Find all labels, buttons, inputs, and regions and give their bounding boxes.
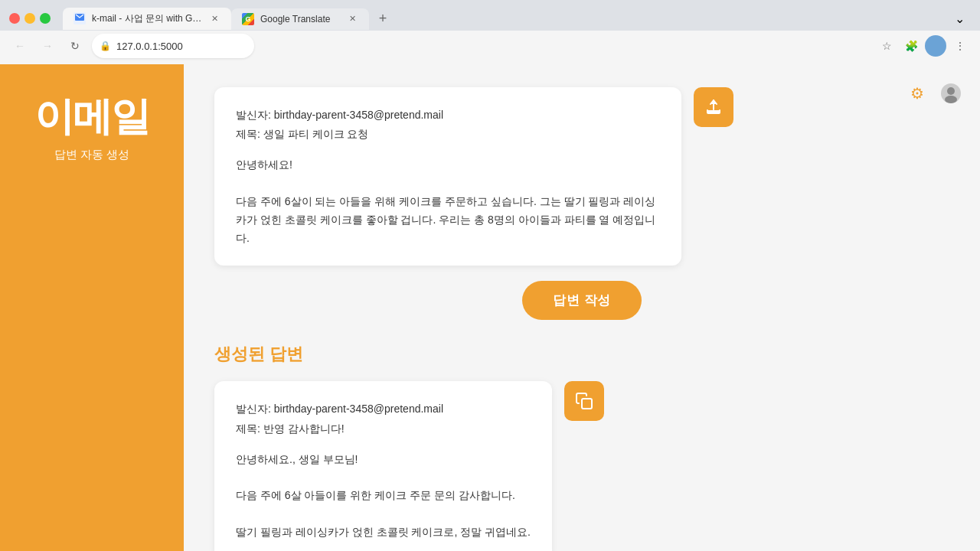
reply-sender-label: 발신자: xyxy=(236,403,271,415)
copy-icon xyxy=(575,392,593,410)
tab-email[interactable]: k-mail - 사업 문의 with Google... ✕ xyxy=(63,8,231,30)
reply-subject-value: 반영 감사합니다! xyxy=(263,422,345,435)
reply-sender-value: birthday-parent-3458@pretend.mail xyxy=(274,403,443,415)
reply-body-1: 다음 주에 6살 아들이를 위한 케이크 주문 문의 감사합니다. xyxy=(236,487,531,505)
window-close-button[interactable] xyxy=(9,13,20,24)
user-circle-icon xyxy=(940,83,962,104)
svg-point-2 xyxy=(947,87,955,95)
profile-icon-button[interactable] xyxy=(937,80,965,107)
upload-button[interactable] xyxy=(694,87,733,127)
email-favicon xyxy=(74,12,86,24)
tab-email-title: k-mail - 사업 문의 with Google... xyxy=(92,12,202,25)
page-content: ⚙ 발신자: birthday-parent-3458@pretend.mail… xyxy=(184,64,980,551)
address-bar-container: 🔒 xyxy=(92,34,870,58)
menu-button[interactable]: ⋮ xyxy=(949,35,971,57)
title-bar: k-mail - 사업 문의 with Google... ✕ G Google… xyxy=(0,0,980,31)
sidebar-title: 이메일 xyxy=(34,95,149,139)
bookmark-button[interactable]: ☆ xyxy=(876,35,897,57)
email-greeting: 안녕하세요! xyxy=(236,156,660,174)
translate-favicon: G xyxy=(242,13,254,25)
generated-reply-card: 발신자: birthday-parent-3458@pretend.mail 제… xyxy=(214,381,552,551)
back-button[interactable]: ← xyxy=(9,35,31,57)
subject-label: 제목: xyxy=(236,128,260,140)
extensions-button[interactable]: 🧩 xyxy=(900,35,922,57)
reply-sender-line: 발신자: birthday-parent-3458@pretend.mail 제… xyxy=(236,399,531,438)
profile-avatar-button[interactable] xyxy=(925,35,946,57)
tab-translate-close[interactable]: ✕ xyxy=(346,13,358,25)
tab-translate-title: Google Translate xyxy=(260,14,340,24)
browser-actions: ☆ 🧩 ⋮ xyxy=(876,35,971,57)
incoming-email-card: 발신자: birthday-parent-3458@pretend.mail 제… xyxy=(214,87,681,266)
settings-gear-icon: ⚙ xyxy=(910,84,924,103)
reply-body: 안녕하세요., 생일 부모님! 다음 주에 6살 아들이를 위한 케이크 주문 … xyxy=(236,451,531,542)
tab-email-close[interactable]: ✕ xyxy=(208,12,220,24)
sidebar: 이메일 답변 자동 생성 xyxy=(0,64,184,551)
sender-value: birthday-parent-3458@pretend.mail xyxy=(274,109,443,121)
email-sender-line: 발신자: birthday-parent-3458@pretend.mail 제… xyxy=(236,106,660,144)
incoming-email-section: 발신자: birthday-parent-3458@pretend.mail 제… xyxy=(214,87,949,266)
reply-compose-button[interactable]: 답변 작성 xyxy=(522,281,641,320)
tab-bar: k-mail - 사업 문의 with Google... ✕ G Google… xyxy=(63,8,394,30)
window-maximize-button[interactable] xyxy=(40,13,51,24)
sidebar-subtitle: 답변 자동 생성 xyxy=(54,148,129,162)
sender-label: 발신자: xyxy=(236,109,271,121)
copy-button[interactable] xyxy=(564,381,604,421)
email-body-text: 다음 주에 6살이 되는 아들을 위해 케이크를 주문하고 싶습니다. 그는 딸… xyxy=(236,193,660,247)
svg-point-3 xyxy=(945,96,957,103)
window-controls xyxy=(9,13,51,24)
tab-translate[interactable]: G Google Translate ✕ xyxy=(231,8,369,30)
address-input[interactable] xyxy=(92,34,254,58)
reply-body-2: 딸기 필링과 레이싱카가 얹힌 초콜릿 케이크로, 정말 귀엽네요. xyxy=(236,523,531,542)
reply-subject-label: 제목: xyxy=(236,422,260,435)
main-content: 이메일 답변 자동 생성 ⚙ 발신자: birthday-parent-3 xyxy=(0,64,980,551)
top-icons: ⚙ xyxy=(903,80,965,107)
email-body: 안녕하세요! 다음 주에 6살이 되는 아들을 위해 케이크를 주문하고 싶습니… xyxy=(236,156,660,247)
lock-icon: 🔒 xyxy=(100,41,111,51)
tab-overflow-button[interactable]: ⌄ xyxy=(949,8,971,29)
generated-reply-section: 발신자: birthday-parent-3458@pretend.mail 제… xyxy=(214,381,949,551)
upload-icon xyxy=(704,98,723,116)
svg-rect-4 xyxy=(582,399,592,409)
new-tab-button[interactable]: + xyxy=(372,8,394,30)
refresh-button[interactable]: ↻ xyxy=(64,35,86,57)
browser-chrome: k-mail - 사업 문의 with Google... ✕ G Google… xyxy=(0,0,980,64)
forward-button[interactable]: → xyxy=(37,35,58,57)
settings-icon-button[interactable]: ⚙ xyxy=(903,80,931,107)
generated-section-title: 생성된 답변 xyxy=(214,343,949,366)
window-minimize-button[interactable] xyxy=(24,13,35,24)
address-bar-row: ← → ↻ 🔒 ☆ 🧩 ⋮ xyxy=(0,31,980,64)
subject-value: 생일 파티 케이크 요청 xyxy=(263,128,369,140)
reply-greeting: 안녕하세요., 생일 부모님! xyxy=(236,451,531,469)
